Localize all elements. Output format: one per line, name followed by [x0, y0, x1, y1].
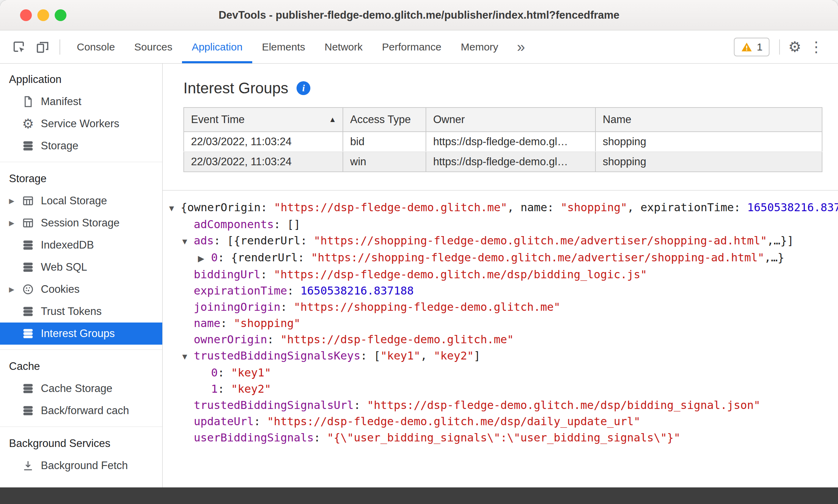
minimize-button[interactable]	[37, 9, 49, 21]
sidebar-section-application: ApplicationManifest⚙Service WorkersStora…	[0, 66, 162, 162]
sort-ascending-icon: ▲	[329, 115, 336, 124]
document-icon	[21, 95, 35, 108]
tree-line: name: "shopping"	[163, 315, 838, 332]
tab-performance[interactable]: Performance	[372, 30, 451, 63]
sidebar-item-label: Trust Tokens	[41, 305, 102, 318]
column-header-owner[interactable]: Owner	[426, 108, 595, 132]
column-label: Access Type	[350, 113, 411, 125]
desktop-background	[0, 487, 838, 504]
sidebar-section-title-background-services: Background Services	[0, 432, 162, 455]
table-cell: win	[343, 152, 426, 172]
tab-elements[interactable]: Elements	[252, 30, 315, 63]
sidebar-item-label: Background Fetch	[41, 459, 128, 472]
tree-segment: :	[267, 333, 281, 346]
toolbar-left	[0, 30, 67, 63]
tree-line[interactable]: ▶0: {renderUrl: "https://shopping-fledge…	[163, 250, 838, 267]
tree-line[interactable]: ▼{ownerOrigin: "https://dsp-fledge-demo.…	[163, 199, 838, 216]
database-icon	[21, 261, 35, 274]
database-icon	[21, 404, 35, 417]
device-toolbar-icon	[35, 40, 50, 54]
sidebar-item-trust-tokens[interactable]: Trust Tokens	[0, 300, 162, 323]
column-header-event-time[interactable]: Event Time▲	[184, 108, 343, 132]
table-icon	[21, 216, 35, 230]
devtools-window: DevTools - publisher-fledge-demo.glitch.…	[0, 0, 838, 487]
tree-line: updateUrl: "https://dsp-fledge-demo.glit…	[163, 413, 838, 430]
sidebar-item-cookies[interactable]: ▶Cookies	[0, 278, 162, 300]
expander-arrow-icon[interactable]: ▶	[9, 285, 21, 293]
tree-expanded-arrow-icon[interactable]: ▼	[181, 348, 194, 365]
sidebar-item-label: IndexedDB	[41, 239, 94, 251]
tree-segment: "https://shopping-fledge-demo.glitch.me/…	[314, 234, 767, 247]
tree-segment: name	[194, 317, 220, 330]
expander-arrow-icon[interactable]: ▶	[9, 219, 21, 227]
tree-line[interactable]: ▼ads: [{renderUrl: "https://shopping-fle…	[163, 233, 838, 250]
sidebar-item-label: Storage	[41, 140, 79, 152]
tab-console[interactable]: Console	[67, 30, 125, 63]
table-cell: https://dsp-fledge-demo.gl…	[426, 152, 595, 172]
tree-line[interactable]: ▼trustedBiddingSignalsKeys: ["key1", "ke…	[163, 348, 838, 365]
table-body: 22/03/2022, 11:03:24bidhttps://dsp-fledg…	[184, 132, 822, 172]
tree-line: biddingUrl: "https://dsp-fledge-demo.gli…	[163, 267, 838, 283]
cookie-icon	[21, 283, 35, 296]
zoom-button[interactable]	[55, 9, 66, 21]
tree-segment: "shopping"	[234, 317, 301, 330]
tree-segment: "https://dsp-fledge-demo.glitch.me/dsp/b…	[367, 399, 760, 412]
tree-line: ownerOrigin: "https://dsp-fledge-demo.gl…	[163, 332, 838, 348]
tab-memory[interactable]: Memory	[451, 30, 508, 63]
sidebar-section-storage: Storage▶Local Storage▶Session StorageInd…	[0, 166, 162, 350]
tree-segment: {ownerOrigin:	[181, 201, 274, 214]
tree-collapsed-arrow-icon[interactable]: ▶	[198, 250, 211, 267]
settings-gear-button[interactable]: ⚙	[784, 36, 805, 58]
tree-expanded-arrow-icon[interactable]: ▼	[167, 200, 181, 216]
tree-segment: joiningOrigin	[194, 300, 280, 314]
warning-badge[interactable]: 1	[734, 38, 769, 56]
tree-segment: trustedBiddingSignalsKeys	[194, 349, 361, 362]
inspect-button[interactable]	[8, 36, 30, 58]
background-fetch-icon	[21, 459, 35, 472]
page-title: Interest Groups	[183, 80, 288, 97]
kebab-menu-button[interactable]: ⋮	[805, 36, 827, 58]
database-icon	[21, 305, 35, 318]
sidebar-item-service-workers[interactable]: ⚙Service Workers	[0, 113, 162, 135]
table-cell: shopping	[595, 152, 822, 172]
close-button[interactable]	[20, 9, 32, 21]
tree-segment: :	[254, 415, 267, 428]
tab-application[interactable]: Application	[182, 30, 252, 63]
column-header-name[interactable]: Name	[595, 108, 822, 132]
tree-segment: ,…}	[764, 251, 784, 264]
sidebar-item-label: Web SQL	[41, 261, 87, 273]
sidebar-item-background-fetch[interactable]: Background Fetch	[0, 455, 162, 477]
info-icon[interactable]: i	[297, 81, 310, 95]
device-toolbar-button[interactable]	[32, 36, 53, 58]
tree-expanded-arrow-icon[interactable]: ▼	[181, 233, 194, 250]
tree-segment: expirationTime	[194, 284, 287, 297]
tab-network[interactable]: Network	[315, 30, 372, 63]
more-tabs-button[interactable]: »	[508, 39, 534, 55]
expander-arrow-icon[interactable]: ▶	[9, 197, 21, 205]
sidebar-item-back-forward-cach[interactable]: Back/forward cach	[0, 400, 162, 422]
column-label: Owner	[433, 113, 465, 125]
table-cell: bid	[343, 132, 426, 152]
tree-segment: ownerOrigin	[194, 333, 267, 346]
sidebar: ApplicationManifest⚙Service WorkersStora…	[0, 64, 163, 487]
table-cell: 22/03/2022, 11:03:24	[184, 132, 343, 152]
sidebar-item-label: Service Workers	[41, 118, 119, 130]
sidebar-item-storage[interactable]: Storage	[0, 135, 162, 157]
sidebar-item-interest-groups[interactable]: Interest Groups	[0, 323, 162, 345]
table-row-1[interactable]: 22/03/2022, 11:03:24bidhttps://dsp-fledg…	[184, 132, 822, 152]
titlebar: DevTools - publisher-fledge-demo.glitch.…	[0, 0, 838, 30]
tree-line: trustedBiddingSignalsUrl: "https://dsp-f…	[163, 397, 838, 413]
sidebar-item-indexeddb[interactable]: IndexedDB	[0, 234, 162, 256]
tree-segment: "key2"	[434, 349, 474, 362]
table-icon	[21, 194, 35, 207]
tab-sources[interactable]: Sources	[125, 30, 182, 63]
column-header-access-type[interactable]: Access Type	[343, 108, 426, 132]
sidebar-item-manifest[interactable]: Manifest	[0, 91, 162, 113]
sidebar-item-cache-storage[interactable]: Cache Storage	[0, 377, 162, 400]
sidebar-item-local-storage[interactable]: ▶Local Storage	[0, 190, 162, 212]
sidebar-item-web-sql[interactable]: Web SQL	[0, 256, 162, 278]
sidebar-item-label: Interest Groups	[41, 327, 115, 340]
sidebar-item-label: Session Storage	[41, 217, 119, 229]
sidebar-item-session-storage[interactable]: ▶Session Storage	[0, 212, 162, 234]
table-row-2[interactable]: 22/03/2022, 11:03:24winhttps://dsp-fledg…	[184, 152, 822, 172]
